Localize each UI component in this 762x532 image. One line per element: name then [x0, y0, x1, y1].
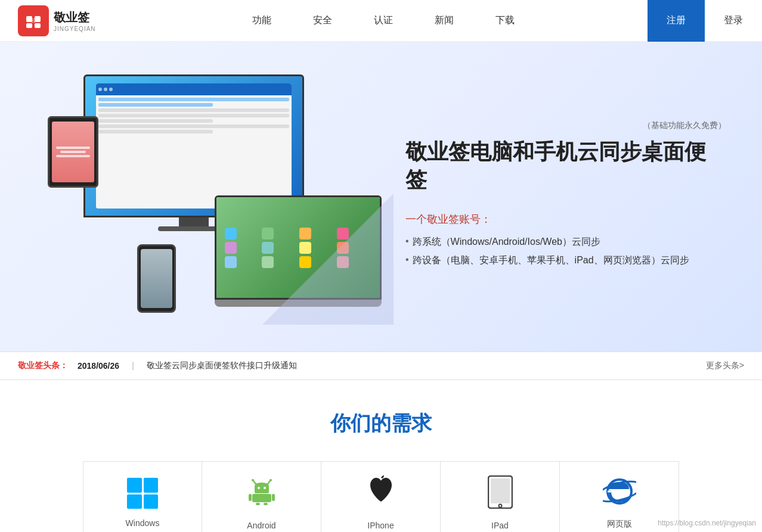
logo-area: 云 敬业签 JINGYEQIAN [0, 5, 119, 36]
ticker-date: 2018/06/26 [78, 361, 119, 371]
logo-main-text: 敬业签 [54, 10, 96, 26]
needs-label-windows: Windows [126, 518, 160, 528]
url-hint: https://blog.csdn.net/jingyeqian [658, 519, 756, 527]
svg-rect-18 [491, 478, 510, 503]
login-button[interactable]: 登录 [705, 0, 762, 42]
nav-item-security[interactable]: 安全 [310, 0, 335, 41]
svg-rect-12 [249, 494, 252, 501]
ticker-label: 敬业签头条： [18, 360, 68, 371]
svg-rect-3 [35, 23, 41, 28]
hero-title: 敬业签电脑和手机云同步桌面便签 [405, 138, 726, 194]
ticker-more-link[interactable]: 更多头条> [706, 360, 744, 371]
nav-item-certification[interactable]: 认证 [371, 0, 396, 41]
svg-point-9 [258, 487, 260, 489]
svg-point-17 [498, 505, 501, 508]
svg-point-10 [264, 487, 266, 489]
needs-item-ipad[interactable]: IPad [441, 461, 560, 532]
hero-image-area [36, 69, 382, 325]
deco-triangle [262, 194, 394, 325]
needs-label-android: Android [247, 521, 275, 530]
ticker-divider: ｜ [129, 360, 137, 371]
nav-item-news[interactable]: 新闻 [432, 0, 457, 41]
svg-rect-15 [264, 503, 268, 505]
needs-title: 你们的需求 [18, 410, 744, 437]
apple-icon [365, 475, 397, 511]
android-icon [246, 475, 277, 511]
phone-mockup [137, 244, 176, 313]
ticker-content: 敬业签云同步桌面便签软件接口升级通知 [147, 360, 696, 371]
windows-icon [127, 478, 158, 509]
nav-item-download[interactable]: 下载 [492, 0, 518, 41]
hero-feature-2: 跨设备（电脑、安卓手机、苹果手机、iPad、网页浏览器）云同步 [405, 254, 726, 267]
needs-label-ipad: IPad [491, 521, 509, 530]
needs-item-windows[interactable]: Windows [83, 461, 202, 532]
needs-grid: Windows [18, 461, 744, 532]
svg-point-7 [252, 479, 254, 481]
ipad-icon [488, 475, 513, 511]
news-ticker: 敬业签头条： 2018/06/26 ｜ 敬业签云同步桌面便签软件接口升级通知 更… [0, 351, 762, 380]
main-nav: 功能 安全 认证 新闻 下载 [119, 0, 648, 41]
logo-text: 敬业签 JINGYEQIAN [54, 10, 96, 32]
hero-account: 一个敬业签账号： [405, 212, 726, 226]
needs-label-iphone: IPhone [367, 521, 394, 530]
needs-section: 你们的需求 Windows [0, 380, 762, 532]
logo-icon: 云 [18, 5, 49, 36]
hero-feature-1: 跨系统（Windows/Android/Ios/Web）云同步 [405, 236, 726, 248]
svg-rect-14 [256, 503, 260, 505]
hero-section: （基础功能永久免费） 敬业签电脑和手机云同步桌面便签 一个敬业签账号： 跨系统（… [0, 42, 762, 351]
ie-icon [603, 476, 636, 509]
logo-sub-text: JINGYEQIAN [54, 26, 96, 32]
header: 云 敬业签 JINGYEQIAN 功能 安全 认证 新闻 下载 注册 登录 [0, 0, 762, 42]
svg-rect-11 [252, 494, 271, 502]
needs-item-android[interactable]: Android [202, 461, 321, 532]
svg-rect-2 [26, 23, 32, 28]
register-button[interactable]: 注册 [648, 0, 705, 42]
nav-item-features[interactable]: 功能 [249, 0, 274, 41]
svg-rect-13 [272, 494, 275, 501]
needs-item-iphone[interactable]: IPhone [321, 461, 441, 532]
header-actions: 注册 登录 [648, 0, 762, 41]
hero-text-area: （基础功能永久免费） 敬业签电脑和手机云同步桌面便签 一个敬业签账号： 跨系统（… [382, 120, 726, 273]
hero-subtitle: （基础功能永久免费） [405, 120, 726, 131]
needs-label-web: 网页版 [607, 519, 632, 530]
svg-text:云: 云 [31, 18, 36, 23]
svg-point-8 [270, 479, 272, 481]
tablet-mockup [48, 116, 98, 188]
